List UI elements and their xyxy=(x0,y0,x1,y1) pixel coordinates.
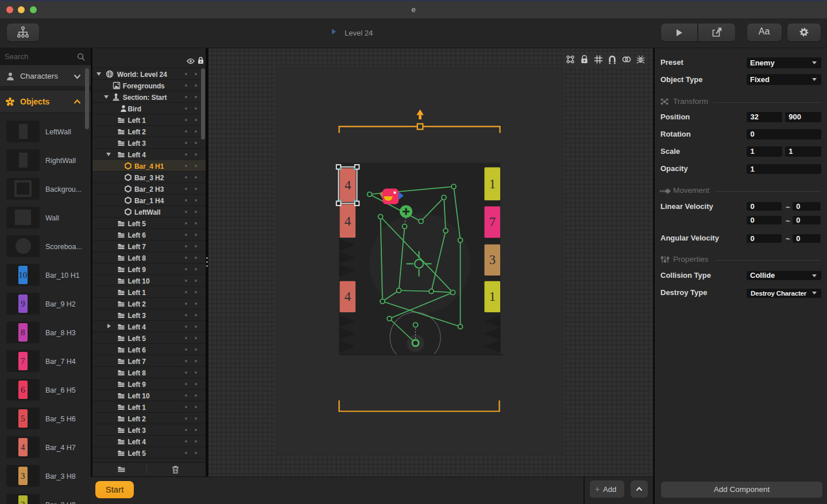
svg-text:4: 4 xyxy=(344,178,350,192)
svg-text:3: 3 xyxy=(489,253,495,267)
svg-text:4: 4 xyxy=(344,289,350,304)
svg-text:7: 7 xyxy=(489,215,495,229)
svg-text:1: 1 xyxy=(489,289,495,304)
svg-text:4: 4 xyxy=(344,214,350,228)
svg-text:1: 1 xyxy=(489,177,495,191)
